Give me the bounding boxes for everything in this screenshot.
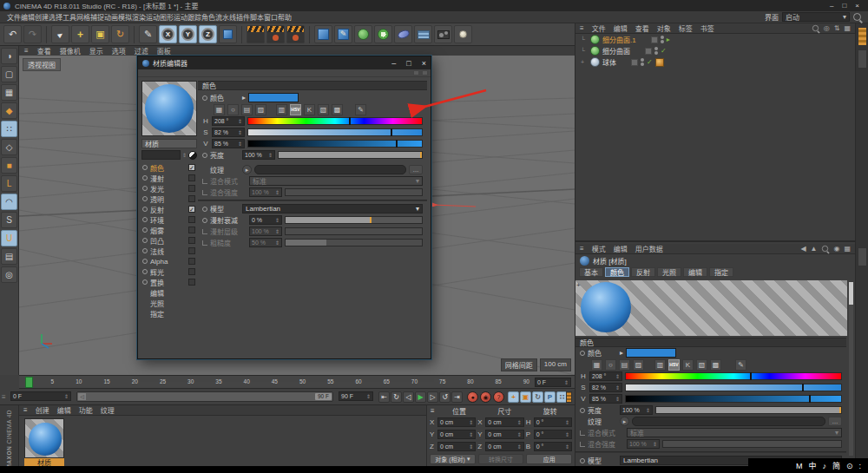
viewport-menu-item[interactable]: 过滤: [135, 46, 148, 56]
enabled-check-icon[interactable]: ✓: [661, 47, 667, 55]
material-menu-item[interactable]: 功能: [79, 405, 93, 415]
dialog-maximize-button[interactable]: □: [406, 59, 411, 68]
texture-field[interactable]: [254, 165, 406, 174]
channel-label[interactable]: 烟雾: [150, 226, 164, 235]
material-thumbnail[interactable]: [24, 418, 64, 458]
z-axis-lock-button[interactable]: Z: [199, 25, 217, 43]
channel-checkbox[interactable]: [188, 247, 195, 254]
temperature-mode-icon[interactable]: ▧: [318, 104, 329, 115]
channel-page-row[interactable]: 指定: [141, 308, 197, 319]
menu-item[interactable]: 运动跟踪: [174, 14, 201, 22]
render-view-button[interactable]: [247, 25, 265, 43]
channel-row[interactable]: 颜色: [141, 162, 197, 173]
channel-checkbox[interactable]: [188, 258, 195, 265]
rotation-field[interactable]: 0 °⇕: [534, 417, 572, 427]
image-picker-icon[interactable]: ▨: [633, 359, 644, 371]
channel-page-row[interactable]: 光照: [141, 298, 197, 308]
menu-item[interactable]: 创建: [35, 14, 49, 22]
channel-row[interactable]: 透明: [141, 194, 197, 204]
preview-mode-icon[interactable]: [188, 151, 197, 160]
texture-browse-button[interactable]: …: [828, 417, 842, 426]
menu-item[interactable]: 帮助: [278, 14, 292, 22]
floor-button[interactable]: [414, 25, 432, 43]
diffuse-falloff-field[interactable]: 0 %⇕: [249, 215, 282, 225]
key-scale-toggle[interactable]: ▣: [520, 391, 531, 403]
keyframe-radio-icon[interactable]: [580, 458, 585, 463]
channel-page-label[interactable]: 指定: [150, 309, 164, 319]
minimize-button[interactable]: –: [830, 2, 833, 10]
viewport-menu-item[interactable]: 选项: [112, 46, 126, 56]
hsv-mode-icon[interactable]: HSV: [290, 104, 301, 115]
play-mode-button[interactable]: ↻: [391, 391, 402, 403]
keyframe-radio-icon[interactable]: [202, 95, 207, 101]
object-state-icon[interactable]: [651, 36, 658, 43]
frame-range-slider[interactable]: ◁ 90 F: [76, 391, 333, 402]
value-field[interactable]: 85 %⇕: [212, 139, 245, 148]
size-field[interactable]: 0 cm⇕: [485, 430, 523, 439]
attribute-tab[interactable]: 基本: [579, 267, 603, 277]
previous-frame-button[interactable]: ◁: [403, 391, 414, 403]
keyframe-radio-icon[interactable]: [202, 218, 207, 223]
lock-icon[interactable]: ◉: [833, 245, 839, 253]
coords-grip-icon[interactable]: ≡: [431, 407, 435, 415]
attribute-menu-item[interactable]: 编辑: [614, 244, 628, 253]
layers-icon[interactable]: ▦: [844, 24, 851, 32]
color-swatch[interactable]: [248, 93, 299, 102]
menu-item[interactable]: 文件: [7, 14, 21, 22]
primitive-cube-button[interactable]: [314, 25, 332, 43]
brightness-slider[interactable]: [278, 151, 423, 159]
channel-page-row[interactable]: 编辑: [141, 287, 197, 298]
hsv-mode-icon[interactable]: HSV: [668, 359, 680, 371]
axis-mode-button[interactable]: L: [1, 175, 17, 192]
object-state-icon[interactable]: [645, 48, 652, 55]
viewport-menu-item[interactable]: 摄像机: [60, 46, 81, 56]
ime-item[interactable]: 中: [808, 460, 816, 471]
texture-browse-button[interactable]: …: [409, 165, 423, 174]
play-button[interactable]: ▶: [415, 391, 426, 403]
value-slider[interactable]: [247, 140, 423, 148]
last-tool-button[interactable]: ✎: [139, 25, 157, 43]
environment-button[interactable]: [394, 25, 412, 43]
channel-checkbox[interactable]: [188, 174, 195, 181]
channel-label[interactable]: 颜色: [150, 163, 164, 173]
dialog-titlebar[interactable]: 材质编辑器 – □ ×: [138, 56, 431, 69]
color-swatch[interactable]: [626, 348, 676, 358]
keyframe-radio-icon[interactable]: [202, 153, 207, 158]
material-menu-item[interactable]: 编辑: [57, 405, 71, 415]
keyframe-radio-icon[interactable]: [580, 408, 585, 413]
channel-label[interactable]: 发光: [150, 184, 164, 194]
panel-grip-icon[interactable]: ≡: [580, 24, 584, 32]
channel-radio-icon[interactable]: [142, 248, 148, 253]
scrollbar[interactable]: [849, 282, 853, 456]
rotation-field[interactable]: 0 °⇕: [534, 442, 572, 451]
layout-dropdown[interactable]: 启动 ▾: [782, 12, 850, 22]
compact-picker-icon[interactable]: ▦: [214, 104, 225, 115]
apply-button[interactable]: 应用: [526, 454, 572, 464]
rgb-mode-icon[interactable]: ▥: [654, 359, 666, 371]
menu-item[interactable]: 插件: [236, 14, 250, 22]
ruler-frame-field[interactable]: 0 F ⇕: [535, 378, 571, 387]
transport-grip-icon[interactable]: ≡: [2, 393, 6, 401]
texture-arrow-button[interactable]: ▸: [242, 165, 252, 174]
camera-button[interactable]: [434, 25, 452, 43]
filter-icon[interactable]: ◎: [824, 24, 830, 32]
hue-slider[interactable]: [625, 372, 842, 380]
ime-item[interactable]: ⊙: [846, 462, 853, 470]
channel-label[interactable]: 置换: [150, 278, 164, 287]
menu-item[interactable]: 捕捉: [90, 14, 104, 22]
kelvin-mode-icon[interactable]: K: [304, 104, 315, 115]
search-icon[interactable]: [812, 25, 819, 31]
object-menu-item[interactable]: 标签: [679, 23, 693, 33]
channel-page-label[interactable]: 光照: [150, 299, 164, 308]
points-mode-button[interactable]: ∷: [1, 121, 17, 137]
channel-radio-icon[interactable]: [142, 238, 148, 243]
material-tag-icon[interactable]: [655, 58, 664, 67]
material-editor-dialog[interactable]: 材质编辑器 – □ × 材质 ⇕: [137, 56, 431, 359]
keyframe-radio-icon[interactable]: [580, 351, 585, 356]
channel-label[interactable]: 环境: [150, 215, 164, 225]
lock-icon[interactable]: [422, 70, 428, 76]
channel-label[interactable]: 透明: [150, 194, 164, 204]
material-preview[interactable]: +: [575, 280, 847, 336]
snap-settings-button[interactable]: S: [1, 212, 17, 228]
search-icon[interactable]: [853, 13, 861, 21]
